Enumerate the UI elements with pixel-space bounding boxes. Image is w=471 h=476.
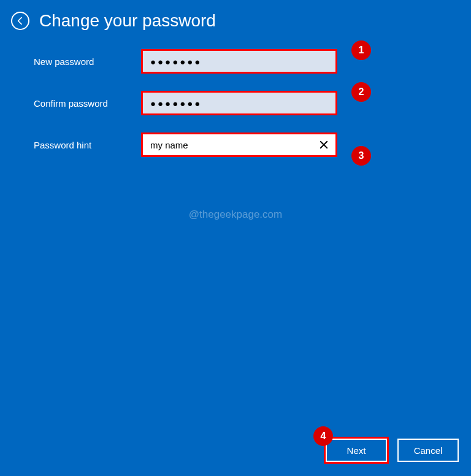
annotation-badge: 4 bbox=[313, 426, 333, 446]
cancel-button[interactable]: Cancel bbox=[397, 439, 459, 462]
new-password-input[interactable] bbox=[143, 51, 335, 72]
arrow-left-icon bbox=[15, 16, 25, 26]
back-button[interactable] bbox=[11, 12, 29, 30]
new-password-row: New password 1 bbox=[34, 49, 471, 74]
annotation-badge: 2 bbox=[351, 82, 371, 102]
next-button-wrap: 4 Next bbox=[324, 437, 389, 464]
password-hint-input[interactable] bbox=[143, 134, 335, 155]
password-hint-label: Password hint bbox=[34, 140, 141, 150]
password-form: New password 1 Confirm password 2 Passwo… bbox=[0, 37, 471, 157]
footer: 4 Next Cancel bbox=[324, 437, 459, 464]
new-password-wrap bbox=[141, 49, 337, 74]
annotation-badge: 3 bbox=[351, 146, 371, 166]
password-hint-row: Password hint 3 bbox=[34, 132, 471, 157]
page-title: Change your password bbox=[39, 11, 216, 31]
new-password-label: New password bbox=[34, 56, 141, 67]
annotation-badge: 1 bbox=[351, 40, 371, 60]
clear-hint-button[interactable] bbox=[316, 137, 332, 153]
confirm-password-input[interactable] bbox=[143, 93, 335, 113]
watermark: @thegeekpage.com bbox=[189, 209, 282, 221]
close-icon bbox=[318, 139, 329, 150]
header: Change your password bbox=[0, 0, 471, 37]
next-button[interactable]: Next bbox=[326, 439, 387, 462]
confirm-password-wrap bbox=[141, 91, 337, 115]
confirm-password-row: Confirm password 2 bbox=[34, 91, 471, 115]
password-hint-wrap bbox=[141, 132, 337, 157]
confirm-password-label: Confirm password bbox=[34, 98, 141, 109]
